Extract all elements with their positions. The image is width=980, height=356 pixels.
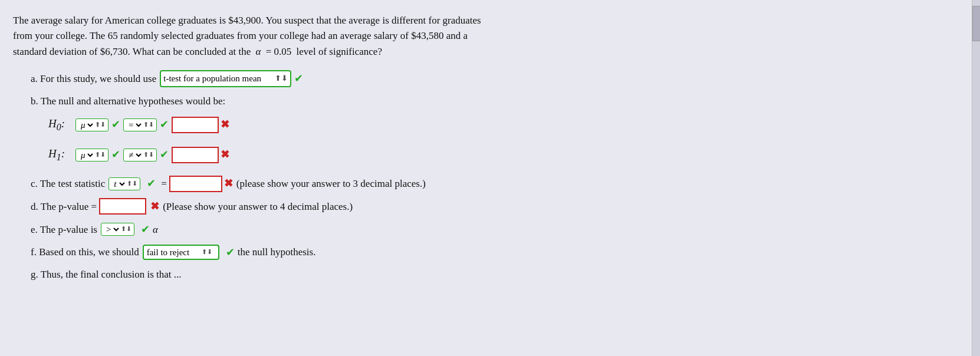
e-op-select[interactable]: > < = bbox=[104, 224, 121, 235]
c-var-dropdown[interactable]: t z ⬆⬇ bbox=[108, 177, 140, 190]
page-container: The average salary for American college … bbox=[0, 0, 980, 356]
alpha-symbol: α bbox=[256, 46, 261, 57]
check-h0-op: ✔ bbox=[160, 116, 169, 133]
part-a-row: a. For this study, we should use t-test … bbox=[31, 70, 961, 87]
check-a: ✔ bbox=[294, 70, 303, 87]
scrollbar[interactable] bbox=[972, 0, 980, 356]
part-c-row: c. The test statistic t z ⬆⬇ ✔ = ✖ (plea… bbox=[31, 175, 961, 192]
part-c-label-start: c. The test statistic bbox=[31, 176, 105, 192]
check-e-op: ✔ bbox=[141, 221, 150, 238]
e-op-arrow: ⬆⬇ bbox=[121, 224, 131, 235]
h0-var-select[interactable]: μ p σ bbox=[78, 120, 95, 130]
check-h1-op: ✔ bbox=[160, 146, 169, 163]
h0-subscript: 0 bbox=[57, 122, 61, 132]
part-f-label-end: the null hypothesis. bbox=[238, 244, 316, 260]
e-op-dropdown[interactable]: > < = ⬆⬇ bbox=[101, 223, 134, 236]
part-e-label-start: e. The p-value is bbox=[31, 222, 97, 238]
h0-x-mark: ✖ bbox=[221, 116, 229, 133]
part-e-row: e. The p-value is > < = ⬆⬇ ✔ α bbox=[31, 221, 961, 238]
part-b-label: b. The null and alternative hypotheses w… bbox=[31, 93, 225, 109]
c-value-input[interactable] bbox=[169, 176, 222, 192]
c-var-arrow: ⬆⬇ bbox=[127, 179, 137, 189]
check-h1-var: ✔ bbox=[111, 146, 120, 163]
part-a-label: a. For this study, we should use bbox=[31, 71, 156, 87]
h1-row: H1: μ p σ ⬆⬇ ✔ = ≠ < > ⬆⬇ ✔ bbox=[31, 145, 961, 164]
h1-var-dropdown[interactable]: μ p σ ⬆⬇ bbox=[75, 149, 108, 161]
part-f-select[interactable]: fail to reject reject bbox=[147, 248, 200, 257]
h1-subscript: 1 bbox=[57, 152, 61, 162]
problem-text: The average salary for American college … bbox=[13, 13, 945, 60]
c-hint: (please show your answer to 3 decimal pl… bbox=[236, 176, 426, 192]
part-g-label: g. Thus, the final conclusion is that ..… bbox=[31, 266, 182, 282]
h0-op-select[interactable]: = ≠ < > bbox=[126, 120, 143, 130]
part-a-select[interactable]: t-test for a population mean z-test for … bbox=[163, 74, 274, 83]
check-h0-var: ✔ bbox=[111, 116, 120, 133]
part-d-row: d. The p-value = ✖ (Please show your ans… bbox=[31, 198, 961, 215]
f-dropdown-arrow: ⬆⬇ bbox=[202, 247, 212, 258]
h1-var-arrow: ⬆⬇ bbox=[95, 150, 106, 160]
problem-line3-end: level of significance? bbox=[297, 46, 382, 57]
h1-label: H1: bbox=[48, 145, 71, 164]
d-hint: (Please show your answer to 4 decimal pl… bbox=[163, 199, 353, 215]
h1-x-mark: ✖ bbox=[221, 146, 229, 163]
h1-op-select[interactable]: = ≠ < > bbox=[126, 150, 143, 160]
part-a-dropdown[interactable]: t-test for a population mean z-test for … bbox=[160, 70, 291, 87]
check-c-var: ✔ bbox=[147, 175, 156, 192]
scrollbar-thumb[interactable] bbox=[972, 6, 980, 41]
c-x-mark: ✖ bbox=[224, 175, 233, 192]
h1-op-arrow: ⬆⬇ bbox=[143, 150, 154, 160]
part-f-label-start: f. Based on this, we should bbox=[31, 244, 139, 260]
h1-var-select[interactable]: μ p σ bbox=[78, 150, 95, 160]
d-x-mark: ✖ bbox=[150, 198, 159, 215]
h0-op-dropdown[interactable]: = ≠ < > ⬆⬇ bbox=[123, 118, 157, 131]
h1-op-dropdown[interactable]: = ≠ < > ⬆⬇ bbox=[123, 149, 157, 161]
h0-value-input[interactable] bbox=[172, 117, 219, 133]
h0-op-arrow: ⬆⬇ bbox=[143, 120, 154, 130]
part-g-row: g. Thus, the final conclusion is that ..… bbox=[31, 266, 961, 282]
c-equals: = bbox=[161, 176, 167, 192]
h0-var-arrow: ⬆⬇ bbox=[95, 120, 106, 130]
parts-container: a. For this study, we should use t-test … bbox=[13, 70, 961, 283]
part-f-dropdown[interactable]: fail to reject reject ⬆⬇ bbox=[143, 245, 219, 260]
problem-line3: standard deviation of $6,730. What can b… bbox=[13, 46, 251, 57]
dropdown-arrow-a: ⬆⬇ bbox=[275, 72, 288, 85]
part-b-label-row: b. The null and alternative hypotheses w… bbox=[31, 93, 961, 109]
c-var-select[interactable]: t z bbox=[111, 179, 127, 189]
h0-row: H0: μ p σ ⬆⬇ ✔ = ≠ < > ⬆⬇ ✔ bbox=[31, 115, 961, 134]
part-d-label: d. The p-value = bbox=[31, 199, 97, 215]
h0-var-dropdown[interactable]: μ p σ ⬆⬇ bbox=[75, 118, 108, 131]
check-f: ✔ bbox=[226, 244, 235, 261]
problem-line1: The average salary for American college … bbox=[13, 15, 481, 26]
e-alpha: α bbox=[153, 222, 158, 238]
part-f-row: f. Based on this, we should fail to reje… bbox=[31, 244, 961, 261]
problem-line2: from your college. The 65 randomly selec… bbox=[13, 30, 468, 41]
h1-value-input[interactable] bbox=[172, 147, 219, 163]
d-value-input[interactable] bbox=[99, 198, 146, 215]
alpha-equals: = 0.05 bbox=[266, 46, 292, 57]
h0-label: H0: bbox=[48, 115, 71, 134]
